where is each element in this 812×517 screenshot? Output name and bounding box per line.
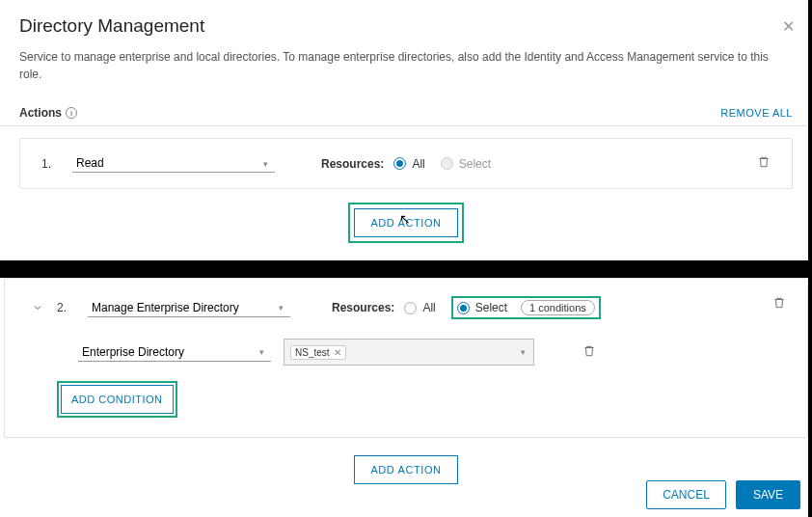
chevron-down-icon [32,302,43,313]
resources-select-radio-disabled [441,157,453,170]
action-1-select[interactable] [72,154,275,173]
collapse-toggle[interactable] [26,296,49,319]
condition-tag: NS_test ✕ [290,345,346,360]
resources-select-radio-2[interactable] [457,302,470,314]
delete-action-1[interactable] [757,155,771,172]
action-index: 2. [57,301,80,314]
remove-all-link[interactable]: REMOVE ALL [720,107,793,119]
resources-all-label: All [412,157,424,171]
trash-icon [772,296,786,310]
cancel-button[interactable]: CANCEL [646,480,726,509]
close-icon[interactable]: ✕ [782,17,795,36]
dialog-footer: CANCEL SAVE [646,480,800,509]
condition-value-input[interactable]: NS_test ✕ ▾ [284,339,534,366]
page-title: Directory Management [19,15,793,37]
condition-type-select[interactable] [78,343,271,362]
action-index: 1. [41,157,65,171]
resources-label: Resources: [332,301,394,314]
chevron-down-icon: ▾ [521,347,528,357]
delete-condition-1[interactable] [582,344,596,361]
page-subtitle: Service to manage enterprise and local d… [19,48,793,83]
resources-select-label: Select [459,157,491,171]
actions-header-row: Actions i REMOVE ALL [0,106,812,126]
actions-label: Actions [19,106,62,120]
conditions-count-pill[interactable]: 1 conditions [521,300,595,315]
add-action-button-1[interactable]: ADD ACTION [354,208,457,237]
resources-label: Resources: [321,157,384,171]
delete-action-2[interactable] [772,296,786,313]
action-2-select[interactable] [88,299,290,317]
screenshot-gap [0,260,812,278]
right-border [808,0,812,517]
action-row-1: 1. ▾ Resources: All Select [19,138,793,189]
highlight-select-conditions: Select 1 conditions [451,296,601,319]
condition-tag-label: NS_test [295,347,330,358]
action-row-2: 2. ▾ Resources: All Select 1 conditions … [4,278,808,438]
add-condition-button[interactable]: ADD CONDITION [61,385,174,414]
remove-tag-icon[interactable]: ✕ [334,347,341,358]
highlight-add-action-1: ADD ACTION [348,203,463,243]
condition-row-1: ▾ NS_test ✕ ▾ [26,339,786,366]
resources-select-label-2: Select [475,301,507,314]
trash-icon [757,155,771,169]
resources-all-label-2: All [422,301,435,314]
resources-all-radio[interactable] [393,157,406,170]
info-icon[interactable]: i [66,107,77,119]
add-action-button-2[interactable]: ADD ACTION [354,455,457,484]
resources-all-radio-2[interactable] [404,302,417,314]
save-button[interactable]: SAVE [736,480,800,509]
trash-icon [582,344,596,358]
